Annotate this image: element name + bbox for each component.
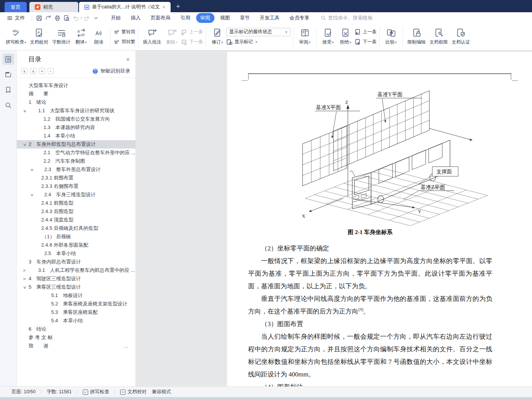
toc-item[interactable]: 2.3.3 右侧围布置	[17, 182, 135, 191]
comment-tag-button[interactable]	[3, 69, 14, 80]
menu-tab-引用[interactable]: 引用	[176, 13, 195, 23]
toc-item[interactable]: 2.4.4 顶盖造型	[17, 216, 135, 224]
tab-docer[interactable]: 稻壳	[29, 2, 78, 12]
doc-permission-button[interactable]: 文档权限	[428, 27, 450, 46]
toc-item[interactable]: 2.4.3 后围造型	[17, 207, 135, 216]
chevron-down-icon[interactable]: ∨	[30, 193, 34, 197]
toc-item[interactable]: 5.3 乘客区座椅装配	[17, 308, 135, 317]
toc-item[interactable]: 2.1 空气动力学特征在整车外形中的应 ...	[17, 149, 135, 157]
close-toc-icon[interactable]: ✕	[126, 57, 130, 63]
toc-item[interactable]: 2.5 本章小结	[17, 249, 135, 258]
save-button[interactable]	[34, 14, 44, 22]
new-tab-button[interactable]: +	[176, 2, 180, 11]
toc-item[interactable]: 3 车身内部总布置设计	[17, 258, 135, 266]
toc-item[interactable]: 摘 要	[17, 90, 135, 98]
accept-change-button[interactable]: 接受▾	[319, 27, 337, 46]
translate-button[interactable]: a中 翻译▾	[73, 27, 90, 46]
toc-item[interactable]: 参 考 文 献	[17, 333, 135, 342]
trad-to-simp-button[interactable]: 简 繁转简	[113, 28, 135, 36]
tab-home[interactable]: 首页	[5, 2, 27, 12]
toc-item[interactable]: 6 结论	[17, 325, 135, 333]
print-preview-button[interactable]	[62, 14, 71, 22]
menu-tab-插入[interactable]: 插入	[127, 13, 145, 23]
insert-comment-button[interactable]: 插入批注	[141, 27, 163, 46]
delete-comment-button[interactable]: 删除▾	[163, 27, 181, 46]
toc-item[interactable]: ∨2.3 整车外形总布置设计	[17, 165, 135, 174]
customize-quickbar-button[interactable]	[92, 14, 101, 22]
chevron-right-icon[interactable]: >	[23, 277, 26, 281]
toc-item[interactable]: ∨5 乘客区三维造型设计	[17, 283, 135, 291]
toc-item[interactable]: 1.4 本章小结	[17, 132, 135, 140]
collapse-all-button[interactable]: ∧	[30, 68, 36, 74]
markup-state-select[interactable]: 显示标记的最终状态 ▾	[226, 28, 290, 36]
command-search-input[interactable]: 查找命令、搜索模板	[321, 15, 373, 21]
compare-button[interactable]: 比较▾	[382, 27, 400, 46]
toc-item[interactable]: ∨2 车身外部造型与总布置设计	[17, 140, 135, 149]
toc-item[interactable]: 2.4.1 前围造型	[17, 199, 135, 207]
review-pane-button[interactable]: 审阅▾	[296, 27, 314, 46]
read-aloud-button[interactable]: A 朗读	[90, 27, 108, 46]
show-markup-button[interactable]: 显示标记▾	[226, 38, 290, 46]
chevron-right-icon[interactable]: >	[23, 268, 26, 273]
restrict-edit-button[interactable]: 限制编辑	[406, 27, 428, 46]
zoom-in-toc-button[interactable]: +	[39, 68, 45, 74]
tab-document[interactable]: W 基于catia的大...计 说明书（论文） ×	[79, 2, 171, 12]
toc-item[interactable]: 1.2 我国城市公交车发展方向	[17, 115, 135, 123]
print-button[interactable]	[53, 14, 62, 22]
zoom-out-toc-button[interactable]: −	[48, 68, 54, 74]
simp-to-trad-button[interactable]: 繁 简转繁	[113, 38, 135, 46]
chevron-down-icon[interactable]: ∨	[23, 285, 27, 289]
doc-auth-button[interactable]: 文档认证	[450, 27, 472, 46]
menu-tab-开始[interactable]: 开始	[107, 13, 125, 23]
chevron-down-icon[interactable]: ∨	[30, 168, 34, 172]
export-button[interactable]	[44, 14, 53, 22]
toc-item[interactable]: （1） 后视镜	[17, 233, 135, 241]
toc-item[interactable]: 5.1 地板设计	[17, 291, 135, 300]
toc-item[interactable]: 1.3 本课题的研究内容	[17, 123, 135, 132]
toc-more-button[interactable]: ...	[123, 343, 129, 349]
smart-toc-button[interactable]: 智能识别目录	[92, 68, 130, 74]
doc-proof-status[interactable]: ×文档校对	[120, 389, 147, 395]
menu-tab-会员专享[interactable]: 会员专享	[285, 13, 314, 23]
document-page[interactable]: 基准X平面 基准Y平面 支撑面 基准Z平面 Z X Y 图 2-1 车身坐标系 …	[227, 52, 532, 386]
find-button[interactable]	[3, 99, 14, 111]
doc-proof-button[interactable]: a- 文档校对	[28, 27, 50, 46]
menu-tab-页面布局[interactable]: 页面布局	[147, 13, 175, 23]
chevron-down-icon[interactable]: ∨	[23, 109, 27, 113]
menu-tab-审阅[interactable]: 审阅	[196, 13, 214, 23]
toc-panel-button[interactable]	[3, 53, 14, 65]
track-changes-button[interactable]: 修订▾	[209, 27, 226, 46]
toc-item[interactable]: 2.4.6 外部各形面装配	[17, 241, 135, 249]
prev-change-button[interactable]: 上一条	[355, 28, 377, 36]
undo-button[interactable]	[71, 14, 80, 22]
toc-item[interactable]: 5.4 本章小结	[17, 317, 135, 325]
toc-item[interactable]: 2.4.5 后视镜及灯具的造型	[17, 224, 135, 233]
expand-all-button[interactable]: ∨	[21, 68, 27, 74]
spell-check-button[interactable]: abc 拼写检查▾	[4, 27, 28, 46]
toc-item[interactable]: 2.2 汽车车身制图	[17, 157, 135, 165]
document-area[interactable]: 基准X平面 基准Y平面 支撑面 基准Z平面 Z X Y 图 2-1 车身坐标系 …	[136, 50, 532, 386]
toc-item[interactable]: 2.3.1 前围布置	[17, 174, 135, 182]
bookmark-button[interactable]	[3, 84, 14, 95]
menu-tab-开发工具[interactable]: 开发工具	[256, 13, 284, 23]
toc-item[interactable]: 致 谢...	[17, 342, 135, 350]
close-tab-icon[interactable]: ×	[162, 4, 165, 10]
document-body[interactable]: （2）坐标零平面的确定 一般情况下，框架梁的上缘沿框架的上边缘平面为高度方向坐标…	[248, 242, 492, 386]
next-comment-button[interactable]: 下一条	[181, 38, 203, 46]
next-change-button[interactable]: 下一条	[355, 38, 377, 46]
toc-item[interactable]: 大型客车车身设计	[17, 81, 135, 90]
file-menu-button[interactable]: 文件	[0, 15, 29, 21]
toc-item[interactable]: 1 绪论	[17, 98, 135, 107]
chevron-down-icon[interactable]: ∨	[23, 142, 27, 147]
reject-change-button[interactable]: 拒绝▾	[337, 27, 355, 46]
toc-item[interactable]: ∨2.4 车身三维造型设计	[17, 191, 135, 199]
toc-item[interactable]: 5.2 乘客座椅及座椅支架造型设计	[17, 300, 135, 308]
prev-comment-button[interactable]: 上一条	[181, 28, 203, 36]
toc-item[interactable]: ∨1.1 大型客车车身设计的研究现状	[17, 107, 135, 115]
redo-button[interactable]	[82, 14, 92, 22]
menu-tab-章节[interactable]: 章节	[236, 13, 254, 23]
spell-check-status[interactable]: ✓拼写检查	[83, 389, 109, 395]
menu-tab-视图[interactable]: 视图	[216, 13, 234, 23]
toc-item[interactable]: >3.1 人机工程学在整车内部总布置中的应 ...	[17, 266, 135, 275]
word-count-button[interactable]: 字数统计	[50, 27, 73, 46]
